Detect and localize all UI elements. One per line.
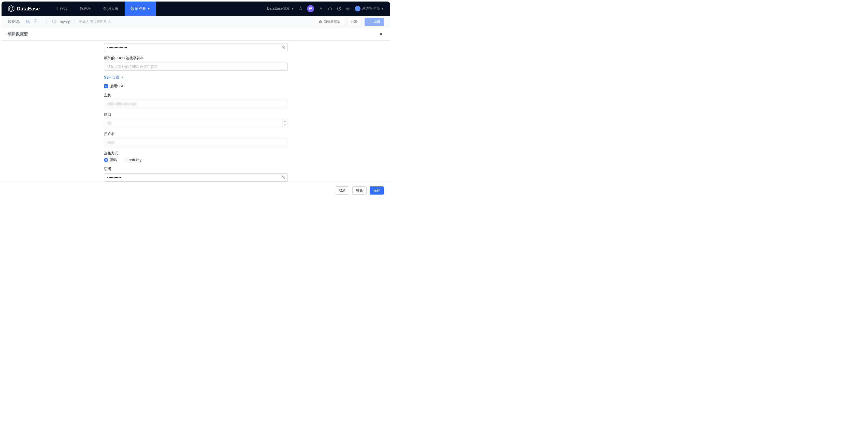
cancel-button[interactable]: 取消 bbox=[335, 186, 349, 194]
ssh-host-input[interactable] bbox=[104, 100, 288, 108]
save-button[interactable]: 保存 bbox=[370, 186, 384, 194]
svg-rect-7 bbox=[329, 8, 332, 10]
download-icon[interactable] bbox=[318, 6, 323, 11]
db-password-input[interactable] bbox=[104, 43, 288, 51]
svg-point-6 bbox=[300, 7, 301, 7]
ssh-password-input[interactable] bbox=[104, 173, 288, 182]
creator-label: 创建人:系统管理员 bbox=[79, 20, 111, 24]
svg-marker-0 bbox=[8, 6, 14, 12]
modal-header: 编辑数据源 ✕ bbox=[2, 28, 390, 41]
edit-button[interactable]: 编辑 bbox=[365, 18, 384, 26]
validate-button-footer[interactable]: 校验 bbox=[352, 186, 367, 194]
tenant-selector[interactable]: DataEase研发 ▼ bbox=[267, 6, 294, 11]
cube-icon bbox=[319, 20, 322, 24]
conn-method-sshkey-radio[interactable]: ssh key bbox=[124, 158, 142, 162]
enable-ssh-label: 启用SSH bbox=[110, 84, 125, 89]
radio-icon bbox=[124, 158, 128, 162]
add-file-icon[interactable] bbox=[34, 19, 38, 24]
avatar-icon bbox=[355, 6, 361, 11]
svg-rect-2 bbox=[299, 8, 302, 10]
top-nav: DataEase 工作台 仪表板 数据大屏 数据准备 ▼ DataEase研发 … bbox=[2, 2, 390, 16]
info-icon[interactable] bbox=[107, 20, 111, 24]
radio-icon bbox=[104, 158, 108, 162]
modal-title: 编辑数据源 bbox=[8, 32, 28, 37]
settings-icon[interactable] bbox=[346, 6, 351, 11]
eye-icon[interactable] bbox=[281, 175, 285, 180]
ssh-port-label: 端口 bbox=[104, 113, 288, 117]
nav-right: DataEase研发 ▼ 系统管理员 bbox=[267, 5, 384, 12]
svg-point-3 bbox=[300, 9, 300, 9]
stepper-up-icon[interactable]: ▲ bbox=[282, 119, 288, 123]
chat-icon[interactable] bbox=[307, 5, 314, 12]
ssh-settings-toggle[interactable]: SSH 设置 bbox=[104, 75, 288, 80]
database-icon bbox=[52, 19, 57, 25]
chevron-down-icon: ▼ bbox=[381, 7, 384, 10]
edit-icon bbox=[368, 20, 372, 24]
chevron-down-icon: ▼ bbox=[148, 7, 150, 10]
ssh-username-label: 用户名 bbox=[104, 132, 288, 136]
toolbox-icon[interactable] bbox=[328, 6, 333, 11]
eye-icon[interactable] bbox=[281, 45, 285, 50]
robot-icon[interactable] bbox=[298, 6, 303, 11]
ssh-port-input[interactable] bbox=[104, 119, 288, 127]
svg-point-4 bbox=[301, 9, 302, 9]
stepper-down-icon[interactable]: ▼ bbox=[282, 123, 288, 127]
modal-body: 额外的 JDBC 连接字符串 SSH 设置 启用SSH 主机 bbox=[2, 41, 390, 183]
jdbc-extra-input[interactable] bbox=[104, 63, 288, 71]
chevron-down-icon: ▼ bbox=[291, 7, 294, 10]
secondary-toolbar: 数据源 mysql 创建人:系统管理员 新建数据 bbox=[2, 16, 390, 28]
datasource-name: mysql bbox=[60, 20, 70, 24]
nav-data-prep[interactable]: 数据准备 ▼ bbox=[125, 2, 156, 16]
enable-ssh-checkbox[interactable] bbox=[104, 84, 108, 88]
check-icon bbox=[105, 85, 107, 88]
user-menu[interactable]: 系统管理员 ▼ bbox=[355, 6, 384, 11]
add-folder-icon[interactable] bbox=[26, 19, 31, 24]
validate-button[interactable]: 校验 bbox=[347, 18, 362, 26]
app-logo[interactable]: DataEase bbox=[8, 5, 40, 12]
jdbc-extra-label: 额外的 JDBC 连接字符串 bbox=[104, 56, 288, 61]
svg-marker-1 bbox=[10, 7, 13, 10]
svg-point-10 bbox=[348, 8, 349, 9]
ssh-username-input[interactable] bbox=[104, 138, 288, 147]
ssh-password-label: 密码 bbox=[104, 167, 288, 171]
close-icon[interactable]: ✕ bbox=[378, 31, 384, 37]
modal-footer: 取消 校验 保存 bbox=[2, 183, 390, 198]
nav-dashboard[interactable]: 仪表板 bbox=[73, 2, 97, 16]
ssh-host-label: 主机 bbox=[104, 93, 288, 98]
chevron-up-icon bbox=[121, 76, 124, 79]
conn-method-password-radio[interactable]: 密码 bbox=[104, 158, 117, 162]
nav-workspace[interactable]: 工作台 bbox=[50, 2, 73, 16]
section-title: 数据源 bbox=[8, 19, 20, 24]
nav-screen[interactable]: 数据大屏 bbox=[97, 2, 125, 16]
app-name: DataEase bbox=[17, 6, 40, 12]
new-dataset-button[interactable]: 新建数据集 bbox=[315, 18, 344, 26]
help-icon[interactable] bbox=[337, 6, 342, 11]
conn-method-label: 连接方式 bbox=[104, 151, 288, 156]
svg-point-9 bbox=[339, 9, 339, 10]
logo-icon bbox=[8, 5, 15, 12]
main-nav: 工作台 仪表板 数据大屏 数据准备 ▼ bbox=[50, 2, 156, 16]
